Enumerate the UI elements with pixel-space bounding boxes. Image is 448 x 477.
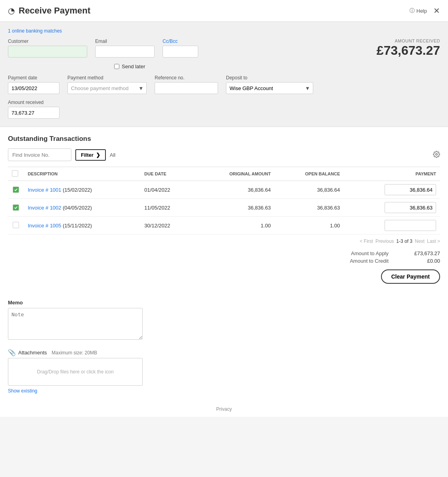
customer-group: Customer	[8, 38, 87, 58]
open-balance-0: 36,836.64	[275, 181, 344, 199]
memo-textarea[interactable]	[8, 308, 143, 340]
payment-method-group: Payment method Choose payment method ▼	[67, 75, 147, 94]
svg-point-0	[436, 153, 438, 155]
pagination-range: 1-3 of 3	[396, 238, 413, 244]
online-banking-match[interactable]: 1 online banking matches	[8, 28, 440, 34]
due-date-1: 11/05/2022	[140, 199, 195, 217]
payment-method-select[interactable]: Choose payment method	[67, 82, 147, 94]
transactions-toolbar: Filter ❯ All	[8, 148, 440, 161]
show-existing-link[interactable]: Show existing	[8, 388, 440, 394]
col-checkbox	[8, 167, 24, 181]
header-right: ⓘ Help ✕	[410, 6, 440, 15]
col-due-date: DUE DATE	[140, 167, 195, 181]
help-button[interactable]: ⓘ Help	[410, 7, 427, 14]
memo-label: Memo	[8, 300, 440, 306]
due-date-0: 01/04/2022	[140, 181, 195, 199]
original-amount-1: 36,836.63	[195, 199, 275, 217]
invoice-link-2[interactable]: Invoice # 1005	[28, 223, 61, 229]
email-input[interactable]	[95, 46, 155, 58]
filter-button[interactable]: Filter ❯	[75, 149, 106, 161]
invoice-link-0[interactable]: Invoice # 1001	[28, 187, 61, 193]
form-section: 1 online banking matches Customer Email …	[0, 22, 448, 127]
all-label[interactable]: All	[110, 152, 115, 158]
close-button[interactable]: ✕	[433, 6, 440, 15]
customer-email-row: Customer Email Cc/Bcc AMOUNT RECEIVED £7…	[8, 38, 440, 58]
privacy-link[interactable]: Privacy	[216, 406, 232, 412]
pagination-first[interactable]: < First	[360, 238, 373, 244]
amount-received-input[interactable]	[8, 107, 59, 119]
row-checkbox-2[interactable]	[13, 222, 19, 228]
amount-received-field-label: Amount received	[8, 100, 440, 105]
header: ◔ Receive Payment ⓘ Help ✕	[0, 0, 448, 22]
original-amount-2: 1.00	[195, 217, 275, 235]
table-row: Invoice # 1005 (15/11/2022)30/12/20221.0…	[8, 217, 440, 235]
col-payment: PAYMENT	[344, 167, 440, 181]
cc-group: Cc/Bcc	[163, 38, 198, 58]
customer-label: Customer	[8, 38, 87, 44]
payment-date-label: Payment date	[8, 75, 59, 81]
transactions-title: Outstanding Transactions	[8, 135, 440, 143]
deposit-wrapper: Wise GBP Account ▼	[226, 82, 313, 94]
reference-group: Reference no.	[155, 75, 218, 94]
amount-row: Amount received	[8, 100, 440, 119]
payment-input-1[interactable]	[385, 202, 436, 213]
amount-to-credit-label: Amount to Credit	[350, 258, 389, 264]
invoice-link-1[interactable]: Invoice # 1002	[28, 205, 61, 211]
max-size-label: Maximum size: 20MB	[52, 350, 97, 356]
invoice-date-2: (15/11/2022)	[63, 223, 92, 229]
transactions-table: DESCRIPTION DUE DATE ORIGINAL AMOUNT OPE…	[8, 167, 440, 235]
deposit-select[interactable]: Wise GBP Account	[226, 82, 313, 94]
memo-section: Memo	[0, 292, 448, 349]
original-amount-0: 36,836.64	[195, 181, 275, 199]
find-invoice-input[interactable]	[8, 148, 71, 161]
amount-received-label: AMOUNT RECEIVED	[377, 38, 440, 43]
receive-payment-icon: ◔	[8, 6, 15, 15]
cc-bcc-link[interactable]: Cc/Bcc	[163, 38, 198, 44]
settings-gear-icon[interactable]	[433, 151, 440, 159]
table-row: Invoice # 1002 (04/05/2022)11/05/202236,…	[8, 199, 440, 217]
drop-zone[interactable]: Drag/Drop files here or click the icon	[8, 358, 143, 386]
paperclip-icon: 📎	[8, 349, 16, 356]
reference-label: Reference no.	[155, 75, 218, 81]
payment-input-2[interactable]	[385, 220, 436, 231]
col-description: DESCRIPTION	[24, 167, 140, 181]
payment-input-0[interactable]	[385, 184, 436, 195]
clear-payment-button[interactable]: Clear Payment	[381, 269, 440, 284]
payment-details-row: Payment date Payment method Choose payme…	[8, 75, 440, 94]
amount-received-value: £73,673.27	[377, 43, 440, 58]
reference-input[interactable]	[155, 82, 218, 94]
amount-to-credit-value: £0.00	[400, 258, 440, 264]
cc-input[interactable]	[163, 46, 198, 58]
due-date-2: 30/12/2022	[140, 217, 195, 235]
send-later-row: Send later	[114, 63, 440, 69]
page-title: Receive Payment	[19, 6, 90, 16]
col-open-balance: OPEN BALANCE	[275, 167, 344, 181]
pagination-last[interactable]: Last >	[427, 238, 440, 244]
amount-to-credit-row: Amount to Credit £0.00	[350, 258, 440, 264]
open-balance-1: 36,836.63	[275, 199, 344, 217]
totals-section: Amount to Apply £73,673.27 Amount to Cre…	[8, 250, 440, 284]
customer-input[interactable]	[8, 46, 87, 58]
invoice-date-0: (15/02/2022)	[63, 187, 92, 193]
send-later-checkbox[interactable]	[114, 64, 119, 69]
payment-date-input[interactable]	[8, 82, 59, 94]
row-checkbox-0[interactable]	[13, 187, 19, 193]
email-group: Email	[95, 38, 155, 58]
pagination-next[interactable]: Next	[415, 238, 425, 244]
pagination-previous[interactable]: Previous	[375, 238, 394, 244]
amount-received-field-group: Amount received	[8, 100, 440, 119]
payment-method-label: Payment method	[67, 75, 147, 81]
col-original-amount: ORIGINAL AMOUNT	[195, 167, 275, 181]
table-row: Invoice # 1001 (15/02/2022)01/04/202236,…	[8, 181, 440, 199]
header-left: ◔ Receive Payment	[8, 6, 90, 16]
email-label: Email	[95, 38, 155, 44]
row-checkbox-1[interactable]	[13, 204, 19, 211]
send-later-label[interactable]: Send later	[122, 63, 145, 69]
amount-to-apply-value: £73,673.27	[400, 250, 440, 256]
deposit-label: Deposit to	[226, 75, 313, 81]
amount-to-apply-row: Amount to Apply £73,673.27	[351, 250, 440, 256]
attachments-header: 📎 Attachments Maximum size: 20MB	[8, 349, 440, 356]
deposit-group: Deposit to Wise GBP Account ▼	[226, 75, 313, 94]
select-all-checkbox[interactable]	[12, 170, 18, 177]
attachments-section: 📎 Attachments Maximum size: 20MB Drag/Dr…	[0, 349, 448, 402]
